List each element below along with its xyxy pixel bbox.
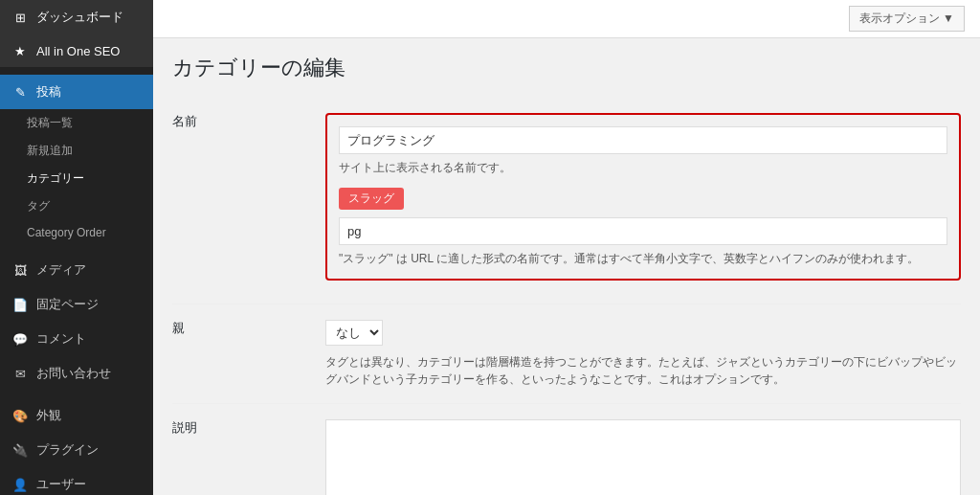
- content-area: カテゴリーの編集 名前 サイト上に表示される名前です。 スラッグ "スラッグ" …: [153, 38, 980, 495]
- sidebar-label-aioseo: All in One SEO: [36, 44, 120, 58]
- slug-input[interactable]: [339, 217, 947, 245]
- name-description: サイト上に表示される名前です。: [339, 159, 947, 176]
- sidebar: ダッシュボード All in One SEO ✎ 投稿 投稿一覧 新規追加 カテ…: [0, 0, 153, 495]
- slug-description: "スラッグ" は URL に適した形式の名前です。通常はすべて半角小文字で、英数…: [339, 250, 947, 267]
- slug-badge: スラッグ: [339, 188, 404, 210]
- comments-icon: 💬: [11, 330, 29, 348]
- sidebar-item-users[interactable]: 👤 ユーザー: [0, 467, 153, 495]
- posts-icon: ✎: [11, 83, 29, 101]
- form-table: 名前 サイト上に表示される名前です。 スラッグ "スラッグ" は URL に適し…: [172, 98, 961, 495]
- sidebar-item-dashboard[interactable]: ダッシュボード: [0, 0, 153, 34]
- mail-icon: ✉: [11, 365, 29, 382]
- page-title: カテゴリーの編集: [172, 54, 961, 82]
- pages-icon: 📄: [11, 296, 29, 313]
- sidebar-item-contact[interactable]: ✉ お問い合わせ: [0, 356, 153, 391]
- sidebar-item-comments[interactable]: 💬 コメント: [0, 322, 153, 356]
- sidebar-item-posts[interactable]: ✎ 投稿: [0, 75, 153, 109]
- parent-label: 親: [172, 321, 185, 335]
- name-label: 名前: [172, 114, 197, 128]
- aioseo-icon: [11, 42, 29, 59]
- main-content: 表示オプション ▼ カテゴリーの編集 名前 サイト上に表示される名前です。 スラ…: [153, 0, 980, 495]
- sidebar-label-media: メディア: [36, 261, 86, 279]
- appearance-icon: 🎨: [11, 407, 29, 424]
- sidebar-item-posts-list[interactable]: 投稿一覧: [0, 109, 153, 137]
- sidebar-item-category[interactable]: カテゴリー: [0, 165, 153, 192]
- users-icon: 👤: [11, 476, 29, 493]
- sidebar-item-media[interactable]: 🖼 メディア: [0, 253, 153, 287]
- media-icon: 🖼: [11, 261, 29, 279]
- sidebar-label-pages: 固定ページ: [36, 296, 99, 313]
- sidebar-label-posts-list: 投稿一覧: [27, 116, 73, 129]
- dashboard-icon: [11, 9, 29, 26]
- display-options-button[interactable]: 表示オプション ▼: [849, 6, 965, 32]
- sidebar-label-posts: 投稿: [36, 83, 61, 101]
- sidebar-item-tags[interactable]: タグ: [0, 192, 153, 220]
- sidebar-label-users: ユーザー: [36, 476, 86, 493]
- plugins-icon: 🔌: [11, 441, 29, 459]
- sidebar-label-posts-new: 新規追加: [27, 144, 73, 157]
- sidebar-label-category-order: Category Order: [27, 226, 106, 239]
- sidebar-item-aioseo[interactable]: All in One SEO: [0, 34, 153, 67]
- sidebar-label-plugins: プラグイン: [36, 441, 99, 459]
- name-row: 名前 サイト上に表示される名前です。 スラッグ "スラッグ" は URL に適し…: [172, 98, 961, 304]
- sidebar-label-dashboard: ダッシュボード: [36, 9, 123, 26]
- sidebar-item-plugins[interactable]: 🔌 プラグイン: [0, 433, 153, 467]
- sidebar-label-appearance: 外観: [36, 407, 61, 424]
- name-input[interactable]: [339, 126, 947, 154]
- topbar: 表示オプション ▼: [153, 0, 980, 38]
- sidebar-item-pages[interactable]: 📄 固定ページ: [0, 287, 153, 322]
- sidebar-label-category: カテゴリー: [27, 171, 84, 185]
- description-label: 説明: [172, 420, 197, 435]
- description-textarea[interactable]: [325, 419, 961, 495]
- sidebar-label-contact: お問い合わせ: [36, 365, 111, 382]
- sidebar-item-category-order[interactable]: Category Order: [0, 220, 153, 245]
- parent-select[interactable]: なし: [325, 320, 383, 346]
- sidebar-label-tags: タグ: [27, 199, 50, 213]
- parent-description: タグとは異なり、カテゴリーは階層構造を持つことができます。たとえば、ジャズという…: [325, 353, 961, 388]
- sidebar-item-posts-new[interactable]: 新規追加: [0, 137, 153, 165]
- name-highlight-box: サイト上に表示される名前です。 スラッグ "スラッグ" は URL に適した形式…: [325, 113, 961, 281]
- sidebar-label-comments: コメント: [36, 330, 86, 348]
- description-row: 説明 この説明はデフォルトではあまり重要な意味を持ちませんが、これを表示するテー…: [172, 404, 961, 496]
- parent-row: 親 なし タグとは異なり、カテゴリーは階層構造を持つことができます。たとえば、ジ…: [172, 304, 961, 404]
- sidebar-item-appearance[interactable]: 🎨 外観: [0, 398, 153, 433]
